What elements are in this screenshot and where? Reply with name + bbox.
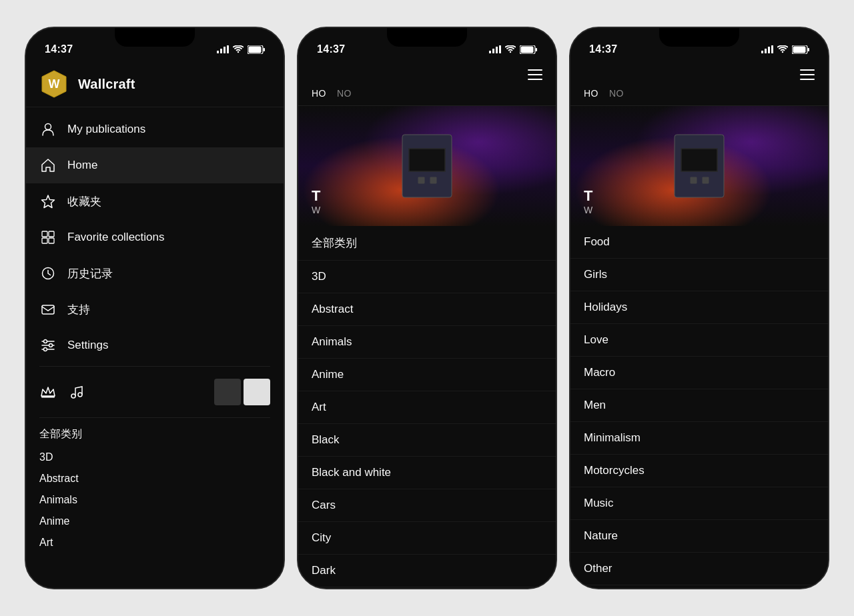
home-label: Home	[67, 159, 97, 172]
menu-item-home[interactable]: Home	[26, 147, 284, 183]
content-subtitle-2: W	[312, 205, 542, 215]
svg-rect-27	[492, 49, 494, 53]
svg-point-24	[71, 394, 75, 398]
music-icon[interactable]	[67, 383, 85, 401]
cat-food-3[interactable]: Food	[570, 226, 828, 259]
cat-abstract-2[interactable]: Abstract	[298, 293, 556, 326]
cat-item-anime[interactable]: Anime	[39, 511, 270, 532]
status-time-1: 14:37	[45, 43, 73, 55]
cat-item-abstract[interactable]: Abstract	[39, 468, 270, 489]
cat-girls-3[interactable]: Girls	[570, 259, 828, 291]
svg-rect-26	[489, 51, 491, 53]
menu-item-publications[interactable]: My publications	[26, 111, 284, 147]
list-panel-2: HO NO	[298, 61, 556, 588]
battery-icon-3	[792, 45, 809, 54]
hamburger-line-3b	[800, 74, 815, 75]
top-nav-bar-3: HO NO	[570, 88, 828, 106]
svg-rect-3	[227, 45, 229, 53]
cat-city-2[interactable]: City	[298, 522, 556, 555]
nav-link-ho-2[interactable]: HO	[312, 88, 326, 99]
chip-screen-2	[409, 149, 446, 172]
hamburger-button-3[interactable]	[800, 69, 815, 80]
cat-space-3[interactable]: Space	[570, 585, 828, 588]
menu-item-history[interactable]: 历史记录	[26, 255, 284, 291]
svg-rect-28	[496, 47, 498, 53]
cat-anime-2[interactable]: Anime	[298, 359, 556, 391]
cat-all-2[interactable]: 全部类别	[298, 226, 556, 261]
cat-macro-3[interactable]: Macro	[570, 357, 828, 389]
cat-motorcycles-3[interactable]: Motorcycles	[570, 455, 828, 487]
cat-bw-2[interactable]: Black and white	[298, 457, 556, 489]
cat-black-2[interactable]: Black	[298, 424, 556, 457]
menu-item-support[interactable]: 支持	[26, 291, 284, 327]
svg-rect-11	[42, 231, 47, 237]
hamburger-line-3c	[800, 79, 815, 80]
menu-divider	[39, 366, 270, 367]
hamburger-line-3a	[800, 69, 815, 71]
top-nav-bar-2: HO NO	[298, 88, 556, 106]
cat-love-3[interactable]: Love	[570, 324, 828, 357]
cat-holidays-3[interactable]: Holidays	[570, 291, 828, 324]
social-thumb-dark	[214, 379, 241, 405]
cat-cars-2[interactable]: Cars	[298, 489, 556, 522]
cat-nature-3[interactable]: Nature	[570, 520, 828, 553]
nav-link-ho-3[interactable]: HO	[584, 88, 598, 99]
svg-rect-38	[808, 48, 810, 51]
svg-rect-23	[41, 396, 55, 398]
svg-point-21	[49, 344, 53, 347]
star-grid-icon	[39, 229, 57, 246]
cat-art-2[interactable]: Art	[298, 391, 556, 424]
menu-items-list: My publications Home	[26, 107, 284, 588]
menu-item-fav-collections[interactable]: Favorite collections	[26, 219, 284, 255]
cat-minimalism-3[interactable]: Minimalism	[570, 422, 828, 455]
cat-men-3[interactable]: Men	[570, 389, 828, 422]
signal-icon-2	[489, 45, 501, 53]
svg-point-9	[45, 124, 51, 130]
notch-3	[659, 28, 739, 47]
hamburger-button-2[interactable]	[528, 69, 542, 80]
svg-rect-34	[765, 49, 767, 53]
cat-other-3[interactable]: Other	[570, 553, 828, 585]
cat-3d-2[interactable]: 3D	[298, 261, 556, 293]
home-icon	[39, 157, 57, 174]
crown-icon[interactable]	[39, 383, 57, 401]
cat-fantasy-2[interactable]: Fantasy	[298, 587, 556, 588]
nav-link-no-2[interactable]: NO	[337, 88, 352, 99]
content-preview-2: T W	[298, 106, 556, 226]
content-preview-3: T W	[570, 106, 828, 226]
status-bar-3: 14:37	[570, 28, 828, 61]
wifi-icon-3	[777, 45, 788, 53]
chip-buttons-3	[690, 177, 709, 184]
svg-rect-0	[217, 51, 219, 53]
collections-label: 收藏夹	[67, 194, 101, 209]
cat-item-art[interactable]: Art	[39, 532, 270, 553]
categories-section: 全部类别 3D Abstract Animals Anime Art	[26, 421, 284, 560]
status-time-2: 14:37	[317, 43, 345, 55]
cat-item-animals[interactable]: Animals	[39, 489, 270, 511]
cat-dark-2[interactable]: Dark	[298, 555, 556, 587]
support-label: 支持	[67, 302, 90, 317]
cat-music-3[interactable]: Music	[570, 487, 828, 520]
cat-animals-2[interactable]: Animals	[298, 326, 556, 359]
svg-text:W: W	[49, 77, 60, 91]
battery-icon	[248, 45, 265, 54]
status-bar-2: 14:37	[298, 28, 556, 61]
status-time-3: 14:37	[589, 43, 617, 55]
list-panel-3: HO NO T W	[570, 61, 828, 588]
chip-btn-2a	[418, 177, 424, 184]
svg-rect-32	[521, 46, 534, 53]
chip-btn-3b	[702, 177, 709, 184]
menu-item-settings[interactable]: Settings	[26, 327, 284, 363]
app-header: W Wallcraft	[26, 61, 284, 107]
phone-1-content: W Wallcraft My	[26, 61, 284, 588]
categories-title[interactable]: 全部类别	[39, 427, 270, 441]
cat-item-3d[interactable]: 3D	[39, 447, 270, 468]
menu-item-collections[interactable]: 收藏夹	[26, 183, 284, 219]
star-icon	[39, 193, 57, 210]
svg-point-20	[44, 340, 47, 343]
svg-rect-35	[768, 47, 770, 53]
sliders-icon	[39, 337, 57, 354]
nav-link-no-3[interactable]: NO	[609, 88, 624, 99]
fav-collections-label: Favorite collections	[67, 231, 165, 244]
svg-rect-33	[761, 51, 763, 53]
